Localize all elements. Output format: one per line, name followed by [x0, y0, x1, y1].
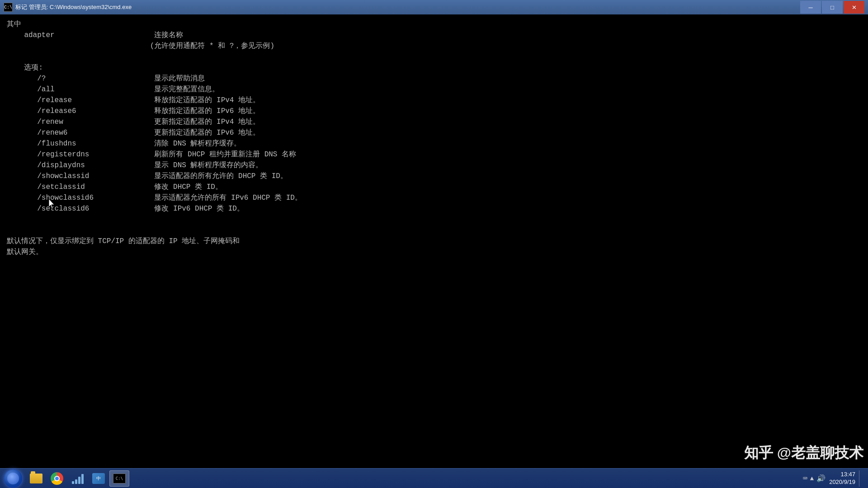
start-orb-inner [7, 473, 19, 484]
cmd-line-15: /showclassid 显示适配器的所有允许的 DHCP 类 ID。 [7, 171, 861, 182]
cmd-line-empty1 [7, 52, 861, 62]
cmd-line-13: /registerdns 刷新所有 DHCP 租约并重新注册 DNS 名称 [7, 149, 861, 160]
watermark: 知乎 @老盖聊技术 [744, 443, 863, 463]
minimize-button[interactable]: ─ [800, 1, 821, 14]
cmd-line-17: /showclassid6 显示适配器允许的所有 IPv6 DHCP 类 ID。 [7, 192, 861, 203]
taskbar-item-chrome[interactable] [47, 470, 67, 487]
cmd-line-5: 选项: [7, 62, 861, 73]
cmd-line-empty2 [7, 214, 861, 225]
taskbar-right: ⌨ ▲ 🔊 13:47 2020/9/19 [803, 470, 866, 487]
cmd-window: 其中 adapter 连接名称 (允许使用通配符 * 和 ?，参见示例) 选项:… [0, 14, 868, 468]
cmd-line-7: /all 显示完整配置信息。 [7, 84, 861, 95]
language-icon: 中 [92, 473, 105, 484]
cmd-icon: C:\ [113, 474, 126, 483]
cmd-line-6: /? 显示此帮助消息 [7, 73, 861, 84]
cmd-line-2: adapter 连接名称 [7, 30, 861, 41]
folder-icon [30, 474, 42, 483]
network-icon [72, 473, 84, 484]
start-orb [4, 469, 22, 488]
taskbar-item-network[interactable] [68, 470, 88, 487]
cmd-line-empty3 [7, 225, 861, 236]
taskbar-clock[interactable]: 13:47 2020/9/19 [829, 471, 855, 486]
cmd-line-1: 其中 [7, 19, 861, 30]
title-bar-icon: C:\ [4, 3, 13, 12]
cmd-line-16: /setclassid 修改 DHCP 类 ID。 [7, 182, 861, 192]
title-bar: C:\ 标记 管理员: C:\Windows\system32\cmd.exe … [0, 0, 868, 14]
title-bar-title: 标记 管理员: C:\Windows\system32\cmd.exe [15, 3, 800, 11]
cmd-line-3: (允许使用通配符 * 和 ?，参见示例) [7, 41, 861, 52]
chrome-inner-circle [54, 476, 60, 481]
cmd-line-21: 默认情况下，仅显示绑定到 TCP/IP 的适配器的 IP 地址、子网掩码和 [7, 236, 861, 247]
volume-tray-icon[interactable]: 🔊 [816, 474, 826, 483]
show-desktop-button[interactable] [859, 470, 862, 487]
title-bar-buttons: ─ □ ✕ [800, 1, 864, 14]
chrome-icon [51, 472, 63, 485]
maximize-button[interactable]: □ [822, 1, 843, 14]
clock-time: 13:47 [829, 471, 855, 479]
cmd-line-9: /release6 释放指定适配器的 IPv6 地址。 [7, 106, 861, 117]
close-button[interactable]: ✕ [844, 1, 864, 14]
taskbar-item-folder[interactable] [26, 470, 46, 487]
taskbar-items: 中 C:\ [26, 470, 803, 487]
taskbar-item-cmd[interactable]: C:\ [109, 470, 129, 487]
clock-date: 2020/9/19 [829, 479, 855, 486]
cmd-line-11: /renew6 更新指定适配器的 IPv6 地址。 [7, 127, 861, 138]
cmd-line-8: /release 释放指定适配器的 IPv4 地址。 [7, 95, 861, 106]
tray-expand-icon[interactable]: ▲ [810, 475, 814, 482]
cmd-line-10: /renew 更新指定适配器的 IPv4 地址。 [7, 117, 861, 127]
start-button[interactable] [2, 470, 24, 487]
cmd-line-12: /flushdns 清除 DNS 解析程序缓存。 [7, 138, 861, 149]
keyboard-tray-icon[interactable]: ⌨ [803, 474, 807, 483]
system-tray: ⌨ ▲ 🔊 [803, 474, 826, 483]
cmd-line-14: /displaydns 显示 DNS 解析程序缓存的内容。 [7, 160, 861, 171]
cmd-line-22: 默认网关。 [7, 247, 861, 258]
taskbar-item-lang[interactable]: 中 [89, 470, 108, 487]
taskbar: 中 C:\ ⌨ ▲ 🔊 13:47 2020/9/19 [0, 468, 868, 488]
cmd-line-18: /setclassid6 修改 IPv6 DHCP 类 ID。 [7, 203, 861, 214]
